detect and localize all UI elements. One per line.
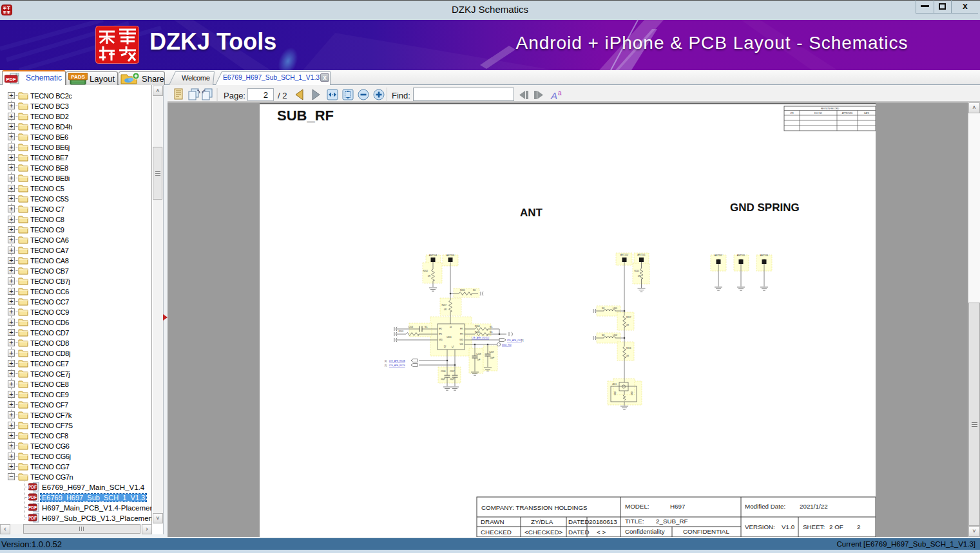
svg-text:REVISION RECORD: REVISION RECORD [821,108,840,110]
svg-text:RF3: RF3 [460,333,463,335]
svg-text:6302_950: 6302_950 [502,344,512,346]
svg-text:DATE: DATE [864,112,869,115]
svg-text:Modified Date:: Modified Date: [745,503,785,510]
svg-text:NC: NC [425,326,428,328]
svg-text:A: A [550,90,557,101]
svg-text:ANT205: ANT205 [737,254,745,257]
svg-text:GND: GND [614,391,617,395]
svg-text:[1]: [1] [385,364,387,367]
svg-text:[1]: [1] [385,360,387,362]
svg-text:PDF: PDF [28,516,37,520]
svg-text:NC: NC [602,334,605,337]
svg-text:DRAWN: DRAWN [481,518,504,525]
svg-text:COMPANY: TRANSSION HOLDINGS: COMPANY: TRANSSION HOLDINGS [481,504,588,511]
svg-text:2: 2 [857,523,860,530]
svg-text:NC: NC [490,331,493,333]
svg-text:VC1: VC1 [452,344,454,348]
svg-text:ANT201: ANT201 [637,254,646,256]
svg-text:R217: R217 [626,316,631,319]
svg-text:GND: GND [439,339,443,341]
svg-text:C204: C204 [408,326,413,328]
svg-text:< >: < > [597,529,606,536]
svg-text:NC: NC [602,307,605,310]
svg-text:J201: J201 [612,383,617,386]
svg-text:LTR: LTR [790,112,794,115]
svg-text:2_SUB_RF: 2_SUB_RF [656,518,688,525]
svg-text:a: a [558,89,562,97]
svg-text:ECO NO: ECO NO [814,112,823,115]
svg-text:PDF: PDF [28,485,37,489]
svg-text:LTE_APE_OUT(1): LTE_APE_OUT(1) [472,337,489,339]
svg-text:DATED: DATED [568,529,589,536]
svg-text:C206: C206 [441,370,446,373]
svg-text:R202: R202 [423,270,428,272]
svg-text:V1.0: V1.0 [782,523,795,530]
svg-text:NC: NC [473,289,476,292]
svg-text:2021/1/22: 2021/1/22 [800,503,828,510]
svg-text:TITLE:: TITLE: [625,518,644,525]
svg-text:R216: R216 [626,347,631,350]
svg-text:RF2: RF2 [439,328,442,330]
svg-text:IN: IN [450,326,452,328]
svg-text:ANT202: ANT202 [620,254,629,256]
svg-text:20180613: 20180613 [589,518,617,525]
svg-text:VDD: VDD [460,343,464,346]
svg-text:PDF: PDF [28,505,37,510]
svg-text:R205: R205 [460,289,465,292]
svg-text:ANT207: ANT207 [715,254,723,257]
svg-text:L202: L202 [613,334,617,337]
svg-text:ANT204: ANT204 [429,254,437,257]
svg-text:LTE_APE_RX2B: LTE_APE_RX2B [389,360,405,362]
svg-text:PADS: PADS [71,74,85,80]
svg-text:NC: NC [490,326,493,328]
svg-text:H697: H697 [670,503,685,510]
svg-text:R207: R207 [441,304,447,306]
svg-text:0R: 0R [626,355,629,357]
svg-text:LTE_APE_OUT: LTE_APE_OUT [507,339,522,342]
svg-text:Confidentiality: Confidentiality [625,528,665,535]
svg-text:ZY/DLA: ZY/DLA [531,518,553,525]
svg-text:2 OF: 2 OF [829,523,843,530]
svg-text:PDF: PDF [6,77,16,82]
svg-text:C207: C207 [450,370,455,373]
svg-text:[1]: [1] [521,339,524,342]
svg-text:10pF: 10pF [450,378,454,380]
svg-text:ANT206: ANT206 [760,254,769,257]
svg-text:R203: R203 [398,330,403,333]
svg-text:GND: GND [459,339,463,341]
svg-text:SHEET:: SHEET: [803,523,825,530]
svg-text:DATED: DATED [568,518,589,525]
svg-text:0R: 0R [428,275,431,277]
svg-text:PDF: PDF [28,495,37,500]
svg-text:C208: C208 [476,353,481,355]
svg-text:RF4: RF4 [439,333,442,335]
svg-text:ANT203: ANT203 [447,254,455,257]
svg-text:CONFIDENTIAL: CONFIDENTIAL [683,528,729,535]
svg-text:GND: GND [631,391,633,395]
svg-text:1uF: 1uF [477,359,481,361]
svg-text:VERSION:: VERSION: [745,523,775,530]
svg-text:L201: L201 [613,307,617,310]
svg-text:R215: R215 [634,270,639,272]
svg-text:10pF: 10pF [490,357,494,359]
svg-text:VC2: VC2 [444,344,447,348]
svg-text:0R: 0R [638,275,641,277]
svg-text:U201: U201 [447,336,452,339]
svg-text:C209: C209 [489,351,494,353]
svg-text:0R: 0R [626,324,629,326]
svg-text:CHECKED: CHECKED [481,529,512,536]
svg-text:<CHECKED>: <CHECKED> [524,529,563,536]
svg-text:APPROVED: APPROVED [842,112,854,115]
svg-text:0R: 0R [444,308,447,311]
svg-text:R206: R206 [475,331,480,333]
svg-text:LTE_APE_RX2S: LTE_APE_RX2S [389,364,405,367]
svg-text:R204: R204 [475,325,480,328]
svg-text:RF1: RF1 [460,328,463,330]
svg-text:10pF: 10pF [441,378,445,380]
svg-text:MODEL:: MODEL: [625,503,649,510]
